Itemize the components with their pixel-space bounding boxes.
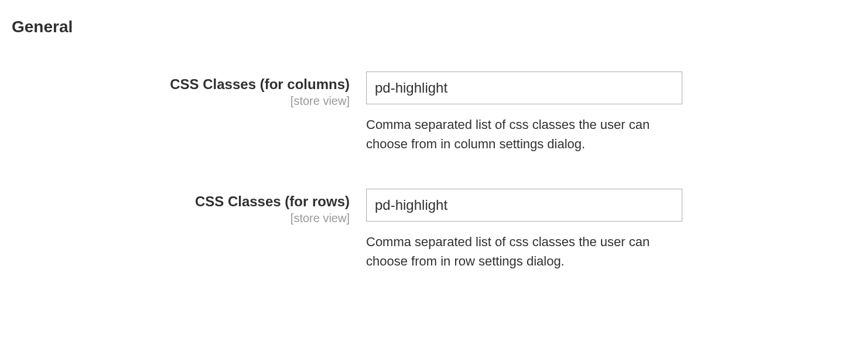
field-css-classes-columns: CSS Classes (for columns) [store view] C… — [12, 72, 856, 154]
field-css-classes-rows: CSS Classes (for rows) [store view] Comm… — [12, 189, 856, 271]
field-label: CSS Classes (for rows) — [12, 192, 350, 210]
label-column: CSS Classes (for columns) [store view] — [12, 72, 366, 108]
section-title: General — [12, 18, 856, 36]
label-column: CSS Classes (for rows) [store view] — [12, 189, 366, 225]
input-column: Comma separated list of css classes the … — [366, 189, 700, 271]
scope-label: [store view] — [12, 94, 350, 108]
css-classes-rows-input[interactable] — [366, 189, 682, 222]
css-classes-columns-input[interactable] — [366, 72, 682, 104]
field-label: CSS Classes (for columns) — [12, 75, 350, 93]
field-note: Comma separated list of css classes the … — [366, 115, 694, 154]
field-note: Comma separated list of css classes the … — [366, 232, 694, 271]
scope-label: [store view] — [12, 212, 350, 225]
input-column: Comma separated list of css classes the … — [366, 72, 700, 154]
